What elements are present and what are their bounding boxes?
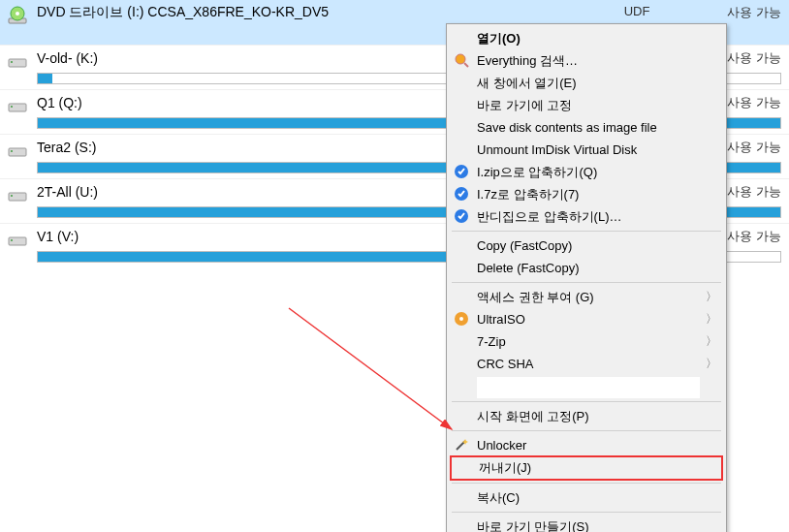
bandizip-icon: [454, 186, 469, 202]
unlocker-wand-icon: [454, 437, 469, 453]
drive-name: Q1 (Q:): [37, 95, 82, 110]
svg-rect-8: [11, 150, 13, 152]
menu-give-access[interactable]: 액세스 권한 부여 (G)〉: [450, 286, 723, 308]
annotation-arrow-icon: [279, 298, 473, 454]
hdd-icon: [8, 230, 27, 249]
menu-copy[interactable]: 복사(C): [450, 486, 723, 509]
menu-pin-quick-access[interactable]: 바로 가기에 고정: [450, 94, 723, 116]
ultraiso-icon: [454, 311, 469, 327]
hdd-icon: [8, 96, 27, 115]
menu-pin-start[interactable]: 시작 화면에 고정(P): [450, 405, 723, 427]
menu-compress-bandizip[interactable]: 반디집으로 압축하기(L)…: [450, 205, 723, 228]
menu-open[interactable]: 열기(O): [450, 27, 723, 49]
chevron-right-icon: 〉: [706, 356, 717, 372]
menu-separator: [452, 401, 721, 402]
svg-rect-10: [11, 195, 13, 197]
chevron-right-icon: 〉: [706, 289, 717, 305]
drive-fs: UDF: [624, 4, 650, 21]
drive-free-text: 사용 가능: [727, 228, 781, 245]
menu-unlocker[interactable]: Unlocker: [450, 434, 723, 456]
svg-rect-12: [11, 239, 13, 241]
menu-compress-i7z[interactable]: I.7z로 압축하기(7): [450, 183, 723, 205]
menu-create-shortcut[interactable]: 바로 가기 만들기(S): [450, 516, 723, 532]
svg-rect-4: [11, 61, 13, 63]
search-icon: [454, 52, 469, 68]
drive-free-text: 사용 가능: [727, 183, 781, 201]
context-menu: 열기(O) Everything 검색… 새 창에서 열기(E) 바로 가기에 …: [446, 23, 727, 532]
drive-free-text: 사용 가능: [727, 4, 781, 21]
hdd-icon: [8, 141, 27, 160]
menu-separator: [452, 231, 721, 232]
menu-open-new-window[interactable]: 새 창에서 열기(E): [450, 72, 723, 94]
menu-crc-sha[interactable]: CRC SHA〉: [450, 353, 723, 375]
svg-point-13: [456, 54, 465, 64]
menu-everything-search[interactable]: Everything 검색…: [450, 49, 723, 72]
menu-separator: [452, 282, 721, 283]
svg-rect-6: [11, 106, 13, 108]
menu-compress-izip[interactable]: I.zip으로 압축하기(Q): [450, 161, 723, 183]
svg-point-2: [16, 12, 19, 16]
menu-delete-fastcopy[interactable]: Delete (FastCopy): [450, 257, 723, 279]
svg-line-21: [289, 308, 452, 429]
drive-free-text: 사용 가능: [727, 94, 781, 111]
menu-ultraiso[interactable]: UltraISO〉: [450, 308, 723, 330]
menu-unmount-imdisk[interactable]: Unmount ImDisk Virtual Disk: [450, 139, 723, 161]
menu-separator: [452, 512, 721, 513]
drive-name: 2T-All (U:): [37, 184, 98, 200]
bandizip-icon: [454, 208, 469, 224]
svg-point-19: [459, 317, 463, 321]
chevron-right-icon: 〉: [706, 311, 717, 328]
svg-line-14: [464, 63, 468, 67]
bandizip-icon: [454, 164, 469, 179]
drive-name: Tera2 (S:): [37, 140, 96, 155]
drive-free-text: 사용 가능: [727, 139, 781, 156]
drive-name: DVD 드라이브 (I:) CCSA_X86FRE_KO-KR_DV5: [37, 4, 329, 21]
menu-save-disk-image[interactable]: Save disk contents as image file: [450, 116, 723, 139]
chevron-right-icon: 〉: [706, 333, 717, 350]
menu-7zip[interactable]: 7-Zip〉: [450, 330, 723, 353]
hdd-icon: [8, 185, 27, 204]
dvd-drive-icon: [8, 6, 27, 25]
menu-copy-fastcopy[interactable]: Copy (FastCopy): [450, 235, 723, 257]
drive-name: V-old- (K:): [37, 50, 98, 66]
hdd-icon: [8, 51, 27, 71]
menu-blank-item[interactable]: [477, 377, 700, 398]
menu-eject[interactable]: 꺼내기(J): [450, 455, 723, 481]
drive-name: V1 (V:): [37, 229, 79, 244]
menu-separator: [452, 483, 721, 484]
menu-separator: [452, 430, 721, 431]
